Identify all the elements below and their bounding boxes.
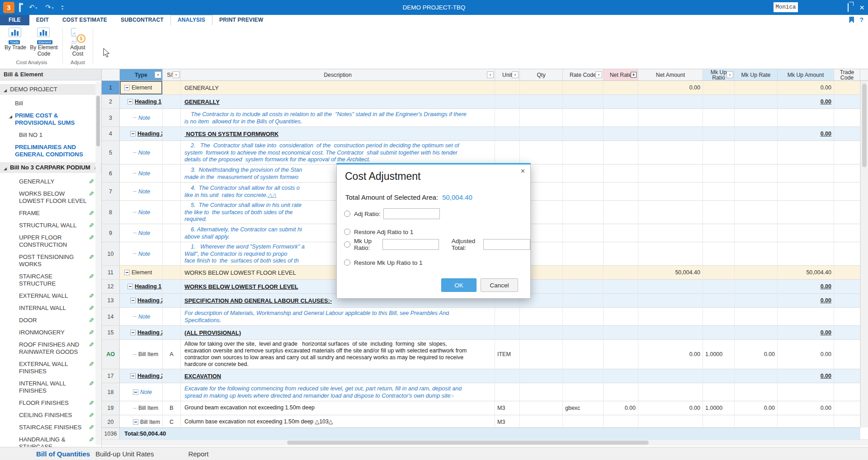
table-row[interactable]: 3NoteThe Contractor is to include all co…	[102, 109, 860, 127]
table-row[interactable]: 17Heading 2EXCAVATION0.00	[102, 369, 860, 383]
description-cell[interactable]: Ground beam excavation not exceeding 1.5…	[181, 401, 495, 415]
bottom-tab-bill-of-quantities[interactable]: Bill of Quantities	[36, 450, 90, 458]
by-element-code-button[interactable]: Element By Element Code	[28, 28, 60, 57]
sidebar-item[interactable]: STRUCTURAL WALL✎	[0, 222, 101, 229]
filter-icon[interactable]: ▾	[726, 71, 733, 78]
sidebar-item[interactable]: INTERNAL WALL✎	[0, 305, 101, 312]
type-cell[interactable]: Note	[120, 242, 163, 265]
type-cell[interactable]: Note	[120, 141, 163, 164]
type-cell[interactable]: Heading 2	[120, 294, 163, 307]
description-cell[interactable]: 2. The Contractor shall take into consid…	[181, 141, 495, 164]
column-header-mk-up-amount[interactable]: Mk Up Amount	[778, 69, 834, 80]
description-cell[interactable]: The Contractor is to include all costs i…	[181, 109, 495, 127]
horizontal-scroll-thumb[interactable]	[287, 441, 649, 445]
expander-icon[interactable]: ◢	[4, 87, 7, 94]
type-cell[interactable]: Note	[120, 224, 163, 242]
collapse-icon[interactable]	[124, 85, 130, 90]
sidebar-item[interactable]: FRAME✎	[0, 210, 101, 217]
collapse-icon[interactable]	[130, 330, 136, 335]
menu-tab-print-preview[interactable]: PRINT PREVIEW	[212, 15, 270, 25]
sidebar-item[interactable]: STAIRCASE STRUCTURE✎	[0, 273, 101, 287]
bottom-tab-report[interactable]: Report	[188, 450, 208, 458]
description-cell[interactable]: EXCAVATION	[181, 369, 495, 383]
cancel-button[interactable]: Cancel	[481, 278, 518, 292]
column-header-net-rate[interactable]: Net Rate+	[604, 69, 638, 80]
type-cell[interactable]: Note	[120, 164, 163, 182]
sidebar-item[interactable]: IRONMONGERY✎	[0, 329, 101, 336]
ratio-input[interactable]	[382, 239, 439, 250]
restore-button[interactable]	[848, 4, 849, 12]
description-cell[interactable]: Excavate for the following commencing fr…	[181, 383, 495, 401]
sidebar-item[interactable]: PRELIMINARIES AND GENERAL CONDITIONS	[0, 144, 101, 158]
bookmark-icon[interactable]	[849, 17, 854, 23]
vertical-scroll-thumb[interactable]	[862, 84, 867, 167]
sidebar-item[interactable]: INTERNAL WALL FINISHES✎	[0, 380, 101, 394]
sidebar-item[interactable]: Bill	[0, 100, 101, 107]
column-header-net-amount[interactable]: Net Amount	[638, 69, 703, 80]
collapse-icon[interactable]	[130, 131, 136, 136]
type-cell[interactable]: Bill Item	[120, 415, 163, 427]
type-cell[interactable]: Heading 2	[120, 127, 163, 141]
description-cell[interactable]: NOTES ON SYSTEM FORMWORK	[181, 127, 495, 141]
help-icon[interactable]: ?	[859, 16, 863, 23]
menu-tab-file[interactable]: FILE	[0, 15, 29, 25]
sidebar-item[interactable]: FLOOR FINISHES✎	[0, 399, 101, 407]
sidebar-item[interactable]: Bill NO 1	[0, 131, 101, 139]
expander-icon[interactable]: ◢	[9, 113, 12, 120]
table-row[interactable]: 20Bill ItemCColumn base excavation not e…	[102, 415, 860, 427]
column-header-trade-code[interactable]: Trade Code	[834, 69, 860, 80]
filter-icon[interactable]: ▾	[155, 71, 161, 78]
sidebar-item[interactable]: GENERALLY✎	[0, 178, 101, 185]
expander-icon[interactable]: ◢	[4, 165, 7, 172]
filter-icon[interactable]: ▾	[512, 71, 519, 78]
column-header-unit[interactable]: Unit▾	[495, 69, 520, 80]
radio-button[interactable]	[344, 241, 350, 248]
menu-tab-cost-estimate[interactable]: COST ESTIMATE	[56, 15, 114, 25]
ok-button[interactable]: OK	[441, 278, 476, 292]
sidebar-item[interactable]: ◢Bill No 3 CARPARK PODIUM✎	[0, 162, 101, 173]
sidebar-item[interactable]: UPPER FLOOR CONSTRUCTION✎	[0, 234, 101, 249]
type-cell[interactable]: Bill Item	[120, 340, 163, 369]
column-header-description[interactable]: Description▾	[181, 69, 495, 80]
radio-button[interactable]	[344, 229, 350, 235]
collapse-icon[interactable]	[133, 390, 138, 395]
expand-column-icon[interactable]: +	[631, 72, 637, 78]
radio-button[interactable]	[344, 211, 350, 217]
sidebar-scrollbar[interactable]	[95, 81, 101, 446]
collapse-icon[interactable]	[124, 270, 130, 275]
column-header-type[interactable]: Type▾	[120, 69, 163, 80]
type-cell[interactable]: Heading 1	[120, 95, 163, 108]
collapse-icon[interactable]	[127, 284, 133, 289]
type-cell[interactable]: Heading 2	[120, 369, 163, 383]
type-cell[interactable]: Element	[120, 266, 163, 279]
type-cell[interactable]: Note	[120, 308, 163, 325]
collapse-icon[interactable]	[133, 419, 138, 425]
menu-tab-subcontract[interactable]: SUBCONTRACT	[114, 15, 170, 25]
description-cell[interactable]: GENERALLY	[181, 81, 495, 94]
column-header-qty[interactable]: Qty	[520, 69, 563, 80]
adjust-cost-button[interactable]: →← $ Adjust Cost	[66, 28, 90, 57]
filter-icon[interactable]: ▾	[173, 71, 179, 78]
table-row[interactable]: AOBill ItemAAllow for taking over the si…	[102, 340, 860, 369]
type-cell[interactable]: Heading 1	[120, 280, 163, 293]
menu-tab-edit[interactable]: EDIT	[29, 15, 56, 25]
sidebar-item[interactable]: EXTERNAL WALL FINISHES✎	[0, 361, 101, 375]
description-cell[interactable]: (ALL PROVISIONAL)	[181, 326, 495, 339]
by-trade-button[interactable]: Trade By Trade	[4, 28, 27, 51]
column-header-rate-code[interactable]: Rate Code▾	[563, 69, 604, 80]
close-button[interactable]: ×	[859, 3, 864, 12]
collapse-icon[interactable]	[127, 99, 133, 104]
ratio-input[interactable]	[383, 208, 440, 219]
table-row[interactable]: 2Heading 1GENERALLY0.00	[102, 95, 860, 109]
dialog-close-icon[interactable]: ×	[521, 168, 525, 175]
sidebar-item[interactable]: DOOR✎	[0, 317, 101, 324]
sidebar-item[interactable]: EXTERNAL WALL✎	[0, 292, 101, 300]
sidebar-item[interactable]: ROOF FINISHES AND RAINWATER GOODS✎	[0, 341, 101, 356]
adjusted-total-input[interactable]	[483, 239, 530, 250]
description-cell[interactable]: Column base excavation not exceeding 1.5…	[181, 415, 495, 427]
user-badge[interactable]: Monica	[774, 2, 798, 12]
sidebar-item[interactable]: STAIRCASE FINISHES✎	[0, 424, 101, 431]
collapse-icon[interactable]	[130, 373, 136, 379]
sidebar-item[interactable]: WORKS BELOW LOWEST FLOOR LEVEL✎	[0, 190, 101, 205]
bottom-tab-build-up-unit-rates[interactable]: Build-up Unit Rates	[95, 450, 154, 458]
